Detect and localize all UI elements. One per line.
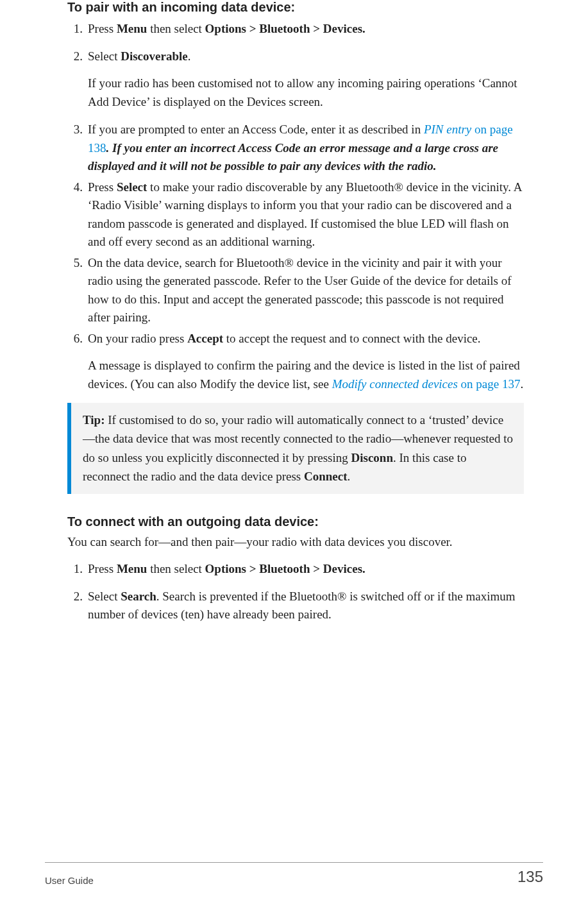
- text: Press: [88, 180, 117, 194]
- link-pin-entry[interactable]: PIN entry: [424, 123, 471, 136]
- link-modify-devices[interactable]: Modify connected devices: [332, 377, 458, 391]
- list-item: 2. Select Search. Search is prevented if…: [67, 588, 524, 624]
- tip-label: Tip:: [83, 413, 105, 427]
- item-number: 4.: [67, 178, 83, 197]
- page-content: To pair with an incoming data device: 1.…: [67, 0, 524, 624]
- section1-heading: To pair with an incoming data device:: [67, 0, 524, 15]
- list-item: 1. Press Menu then select Options > Blue…: [67, 560, 524, 579]
- footer-title: User Guide: [45, 875, 94, 886]
- text: .: [348, 470, 351, 483]
- item-number: 1.: [67, 20, 83, 38]
- text: If you are prompted to enter an Access C…: [88, 123, 424, 136]
- item-number: 1.: [67, 560, 83, 579]
- list-item: 5. On the data device, search for Blueto…: [67, 254, 524, 327]
- text: Press: [88, 562, 117, 575]
- tip-box: Tip: If customised to do so, your radio …: [67, 403, 524, 494]
- bold-text: Connect: [304, 470, 348, 483]
- item-number: 3.: [67, 121, 83, 139]
- text: .: [520, 377, 523, 391]
- text: to accept the request and to connect wit…: [223, 332, 480, 345]
- section2-heading: To connect with an outgoing data device:: [67, 514, 524, 529]
- bold-text: Menu: [117, 22, 147, 35]
- text: On your radio press: [88, 332, 187, 345]
- section2-intro: You can search for—and then pair—your ra…: [67, 533, 524, 552]
- bold-text: Options > Bluetooth > Devices.: [205, 22, 365, 35]
- list-item: 2. Select Discoverable. If your radio ha…: [67, 47, 524, 112]
- item-number: 2.: [67, 588, 83, 606]
- text: .: [188, 49, 191, 63]
- list-item: 1. Press Menu then select Options > Blue…: [67, 20, 524, 38]
- page-footer: User Guide 135: [45, 862, 543, 886]
- bold-text: Discoverable: [121, 49, 187, 63]
- item-number: 2.: [67, 47, 83, 66]
- bold-text: Search: [121, 590, 156, 603]
- text: Select: [88, 590, 121, 603]
- list-item: 4. Press Select to make your radio disco…: [67, 178, 524, 251]
- item-number: 5.: [67, 254, 83, 273]
- link-modify-devices-page[interactable]: on page 137: [458, 377, 521, 391]
- paragraph: A message is displayed to confirm the pa…: [88, 357, 524, 393]
- list-item: 6. On your radio press Accept to accept …: [67, 330, 524, 394]
- section2-list: 1. Press Menu then select Options > Blue…: [67, 560, 524, 624]
- text: Select: [88, 49, 121, 63]
- text: then select: [147, 562, 205, 575]
- list-item: 3. If you are prompted to enter an Acces…: [67, 121, 524, 176]
- paragraph: If your radio has been customised not to…: [88, 74, 524, 111]
- text: .: [106, 141, 113, 155]
- bold-text: Disconn: [351, 451, 392, 464]
- bold-text: Options > Bluetooth > Devices.: [205, 562, 365, 575]
- page-number: 135: [517, 868, 543, 886]
- bold-italic-text: If you enter an incorrect Access Code an…: [88, 141, 498, 173]
- text: On the data device, search for Bluetooth…: [88, 256, 512, 325]
- text: to make your radio discoverable by any B…: [88, 180, 521, 249]
- text: then select: [147, 22, 205, 35]
- bold-text: Select: [117, 180, 147, 194]
- bold-text: Menu: [117, 562, 147, 575]
- bold-text: Accept: [187, 332, 223, 345]
- section1-list: 1. Press Menu then select Options > Blue…: [67, 20, 524, 393]
- text: Press: [88, 22, 117, 35]
- item-number: 6.: [67, 330, 83, 348]
